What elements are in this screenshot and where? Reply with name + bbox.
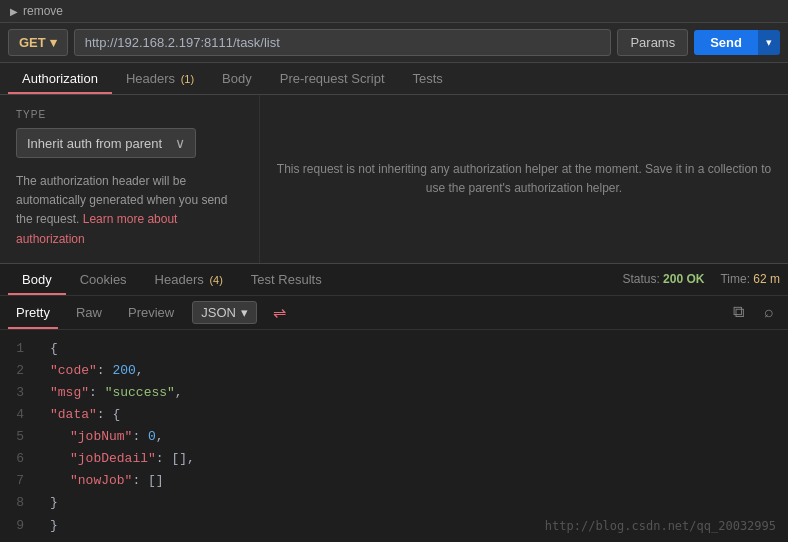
json-line-3: "msg": "success", [50, 382, 774, 404]
response-tab-headers-label: Headers [155, 272, 204, 287]
remove-bar: ▶ remove [0, 0, 788, 23]
auth-left: TYPE Inherit auth from parent ∨ The auth… [0, 95, 260, 263]
collapse-arrow-icon: ▶ [10, 6, 18, 17]
format-select-chevron-icon: ▾ [241, 305, 248, 320]
response-headers-badge: (4) [209, 274, 222, 286]
response-tab-cookies-label: Cookies [80, 272, 127, 287]
watermark: http://blog.csdn.net/qq_20032995 [545, 516, 776, 536]
send-button[interactable]: Send [694, 30, 758, 55]
json-line-6: "jobDedail": [], [50, 448, 774, 470]
json-line-5: "jobNum": 0, [50, 426, 774, 448]
method-dropdown-icon: ▾ [50, 35, 57, 50]
json-line-2: "code": 200, [50, 360, 774, 382]
response-tabs: Body Cookies Headers (4) Test Results St… [0, 264, 788, 296]
tab-tests[interactable]: Tests [399, 63, 457, 94]
send-group: Send ▾ [694, 30, 780, 55]
params-button[interactable]: Params [617, 29, 688, 56]
response-tab-cookies[interactable]: Cookies [66, 264, 141, 295]
response-status: Status: 200 OK Time: 62 m [622, 272, 780, 286]
auth-type-select[interactable]: Inherit auth from parent ∨ [16, 128, 196, 158]
response-tab-body-label: Body [22, 272, 52, 287]
send-dropdown-button[interactable]: ▾ [758, 30, 780, 55]
format-tab-raw[interactable]: Raw [68, 300, 110, 325]
auth-type-value: Inherit auth from parent [27, 136, 162, 151]
json-line-7: "nowJob": [] [50, 470, 774, 492]
auth-right-text: This request is not inheriting any autho… [276, 160, 772, 198]
format-select[interactable]: JSON ▾ [192, 301, 257, 324]
format-actions: ⧉ ⌕ [727, 301, 780, 323]
format-preview-label: Preview [128, 305, 174, 320]
auth-panel: TYPE Inherit auth from parent ∨ The auth… [0, 95, 788, 264]
auth-description: The authorization header will be automat… [16, 172, 243, 249]
json-display: 123456789 { "code": 200, "msg": "success… [0, 330, 788, 542]
response-tab-body[interactable]: Body [8, 264, 66, 295]
time-value: 62 m [753, 272, 780, 286]
type-label: TYPE [16, 109, 243, 120]
method-label: GET [19, 35, 46, 50]
method-button[interactable]: GET ▾ [8, 29, 68, 56]
tab-prerequest-label: Pre-request Script [280, 71, 385, 86]
json-content: { "code": 200, "msg": "success", "data":… [50, 338, 774, 537]
filter-icon[interactable]: ⇌ [267, 301, 292, 324]
request-tabs: Authorization Headers (1) Body Pre-reque… [0, 63, 788, 95]
response-tab-headers[interactable]: Headers (4) [141, 264, 237, 295]
auth-type-chevron-icon: ∨ [175, 135, 185, 151]
tab-prerequest[interactable]: Pre-request Script [266, 63, 399, 94]
json-line-1: { [50, 338, 774, 360]
tab-headers-label: Headers [126, 71, 175, 86]
format-tab-preview[interactable]: Preview [120, 300, 182, 325]
json-line-8: } [50, 492, 774, 514]
format-raw-label: Raw [76, 305, 102, 320]
format-tab-pretty[interactable]: Pretty [8, 300, 58, 325]
headers-badge: (1) [181, 73, 194, 85]
search-button[interactable]: ⌕ [758, 301, 780, 323]
format-select-value: JSON [201, 305, 236, 320]
json-line-4: "data": { [50, 404, 774, 426]
auth-right: This request is not inheriting any autho… [260, 95, 788, 263]
url-bar: GET ▾ Params Send ▾ [0, 23, 788, 63]
tab-body-label: Body [222, 71, 252, 86]
response-tab-testresults-label: Test Results [251, 272, 322, 287]
format-pretty-label: Pretty [16, 305, 50, 320]
status-value: 200 OK [663, 272, 704, 286]
tab-authorization-label: Authorization [22, 71, 98, 86]
time-label: Time: 62 m [720, 272, 780, 286]
url-input[interactable] [74, 29, 612, 56]
status-label: Status: 200 OK [622, 272, 704, 286]
tab-headers[interactable]: Headers (1) [112, 63, 208, 94]
tab-tests-label: Tests [413, 71, 443, 86]
remove-label: remove [23, 4, 63, 18]
tab-body[interactable]: Body [208, 63, 266, 94]
tab-authorization[interactable]: Authorization [8, 63, 112, 94]
copy-button[interactable]: ⧉ [727, 301, 750, 323]
line-numbers: 123456789 [0, 338, 32, 537]
response-tab-testresults[interactable]: Test Results [237, 264, 336, 295]
format-bar: Pretty Raw Preview JSON ▾ ⇌ ⧉ ⌕ [0, 296, 788, 330]
